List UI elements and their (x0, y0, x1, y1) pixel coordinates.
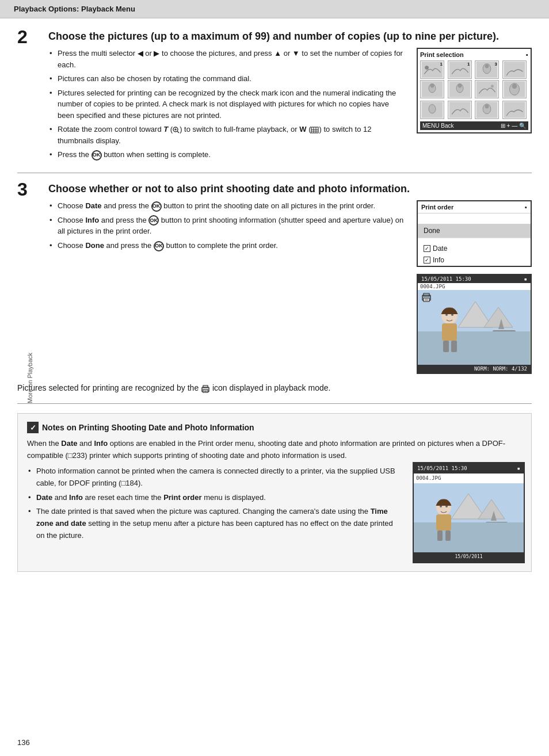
thumb-6 (448, 80, 472, 98)
camera-display-1: 15/05/2011 15:30 ▪ 0004.JPG (417, 274, 532, 374)
notes-bullet-2: Date and Info are reset each time the Pr… (27, 492, 401, 504)
svg-rect-36 (424, 298, 429, 301)
svg-rect-48 (443, 341, 449, 352)
thumb-9 (420, 101, 444, 119)
ok-btn-done: OK (154, 241, 164, 251)
thumb-7 (475, 80, 499, 98)
camera-header: 15/05/2011 15:30 ▪ (418, 275, 531, 283)
svg-point-23 (491, 85, 494, 88)
header-title: Playback Options: Playback Menu (14, 5, 135, 13)
camera-display-2: 15/05/2011 15:30 ▪ 0004.JPG (413, 462, 525, 563)
print-selection-title: Print selection ▪ (420, 51, 528, 58)
ok-button-inline: OK (92, 150, 102, 161)
svg-line-1 (177, 131, 179, 133)
svg-point-10 (425, 66, 429, 70)
svg-rect-63 (414, 522, 524, 552)
svg-rect-65 (436, 514, 451, 530)
svg-rect-53 (203, 385, 208, 388)
menu-item-done[interactable]: Done (418, 224, 531, 238)
step3-bullets: Choose Date and press the OK button to p… (48, 200, 406, 251)
ok-btn-info: OK (148, 215, 159, 226)
thumb-4 (502, 60, 527, 79)
bottom-camera-filename: 0004.JPG (414, 474, 524, 483)
thumbnail-grid-row3 (420, 101, 528, 119)
thumb-2: 1 (448, 60, 472, 79)
bottom-camera-display: 15/05/2011 15:30 ▪ 0004.JPG (413, 462, 522, 563)
page-wrapper: More on Playback Playback Options: Playb… (0, 0, 549, 756)
thumb-10 (448, 101, 472, 119)
notes-bullet-1: Photo information cannot be printed when… (27, 465, 401, 490)
print-icon-overlay (421, 292, 432, 304)
svg-rect-29 (449, 102, 470, 118)
print-icon (201, 384, 210, 394)
svg-point-28 (429, 105, 436, 113)
divider-notes (17, 403, 532, 404)
bottom-camera-image (414, 483, 524, 552)
notes-title: ✓ Notes on Printing Shooting Date and Ph… (27, 422, 522, 433)
thumb-1: 1 (420, 60, 444, 79)
step3-number: 3 (17, 180, 38, 198)
step3-right: Print order ▪ Done ✓ Date ✓ (417, 200, 532, 374)
step2-row: 2 Choose the pictures (up to a maximum o… (17, 30, 532, 163)
step2-title: Choose the pictures (up to a maximum of … (48, 30, 532, 43)
thumb-8 (502, 80, 527, 98)
menu-item-info[interactable]: ✓ Info (418, 254, 531, 266)
thumb-3: 3 (475, 60, 499, 79)
svg-rect-54 (203, 390, 208, 392)
step2-image: Print selection ▪ 1 (417, 48, 532, 163)
step2-bullet-5: Press the OK button when setting is comp… (48, 149, 406, 161)
svg-point-32 (485, 105, 489, 109)
svg-point-21 (458, 84, 462, 88)
step2-bullet-3: Pictures selected for printing can be re… (48, 87, 406, 121)
svg-rect-45 (418, 331, 530, 365)
ps-footer: MENU Back ⊞ + — 🔍 (420, 121, 528, 130)
notes-check-icon: ✓ (27, 422, 39, 433)
step3-text: Choose Date and press the OK button to p… (48, 200, 406, 254)
step2-bullet-1: Press the multi selector ◀ or ▶ to choos… (48, 48, 406, 70)
divider-2-3 (17, 173, 532, 173)
svg-rect-22 (476, 82, 497, 97)
svg-rect-4 (311, 127, 318, 133)
step2-bullet-4: Rotate the zoom control toward T () to s… (48, 124, 406, 146)
svg-point-26 (512, 84, 517, 89)
svg-point-14 (485, 64, 489, 68)
thumb-12 (502, 101, 527, 119)
print-selection-box: Print selection ▪ 1 (417, 48, 532, 133)
info-checkbox: ✓ (424, 257, 430, 264)
pictures-note: Pictures selected for printing are recog… (17, 382, 351, 394)
step2-content: Choose the pictures (up to a maximum of … (48, 30, 532, 163)
bottom-text: Photo information cannot be printed when… (27, 462, 401, 544)
svg-rect-49 (451, 341, 457, 352)
date-checkbox: ✓ (424, 245, 430, 252)
notes-bullets: Photo information cannot be printed when… (27, 465, 401, 542)
step2-body: Press the multi selector ◀ or ▶ to choos… (48, 48, 532, 163)
step3-body: Choose Date and press the OK button to p… (48, 200, 532, 374)
camera-image-1 (418, 290, 531, 365)
step3-bullet-2: Choose Info and press the OK button to p… (48, 215, 406, 237)
step3-bullet-1: Choose Date and press the OK button to p… (48, 200, 406, 212)
page-header: Playback Options: Playback Menu (0, 0, 549, 18)
thumb-11 (475, 101, 499, 119)
step2-bullets: Press the multi selector ◀ or ▶ to choos… (48, 48, 406, 161)
step3-bullet-3: Choose Done and press the OK button to c… (48, 240, 406, 251)
step3-row: 3 Choose whether or not to also print sh… (17, 182, 532, 374)
menu-item-date[interactable]: ✓ Date (418, 243, 531, 254)
page-content: 2 Choose the pictures (up to a maximum o… (0, 18, 549, 590)
bottom-camera-header: 15/05/2011 15:30 ▪ (414, 463, 524, 474)
svg-point-18 (430, 84, 434, 88)
page-number: 136 (17, 738, 30, 747)
step3-title: Choose whether or not to also print shoo… (48, 182, 532, 196)
print-order-box: Print order ▪ Done ✓ Date ✓ (417, 200, 532, 267)
step2-bullet-2: Pictures can also be chosen by rotating … (48, 73, 406, 85)
svg-rect-47 (442, 323, 457, 341)
sidebar-label: More on Playback (26, 353, 33, 403)
notes-body: When the Date and Info options are enabl… (27, 438, 522, 563)
svg-rect-67 (445, 530, 451, 541)
notes-bullet-3: The date printed is that saved when the … (27, 506, 401, 541)
thumb-5 (420, 80, 444, 98)
bottom-camera-date: 15/05/2011 (414, 552, 524, 562)
camera-filename: 0004.JPG (418, 283, 531, 290)
print-order-title: Print order ▪ (418, 201, 531, 213)
step3-content: Choose whether or not to also print shoo… (48, 182, 532, 374)
notes-intro: When the Date and Info options are enabl… (27, 438, 522, 462)
